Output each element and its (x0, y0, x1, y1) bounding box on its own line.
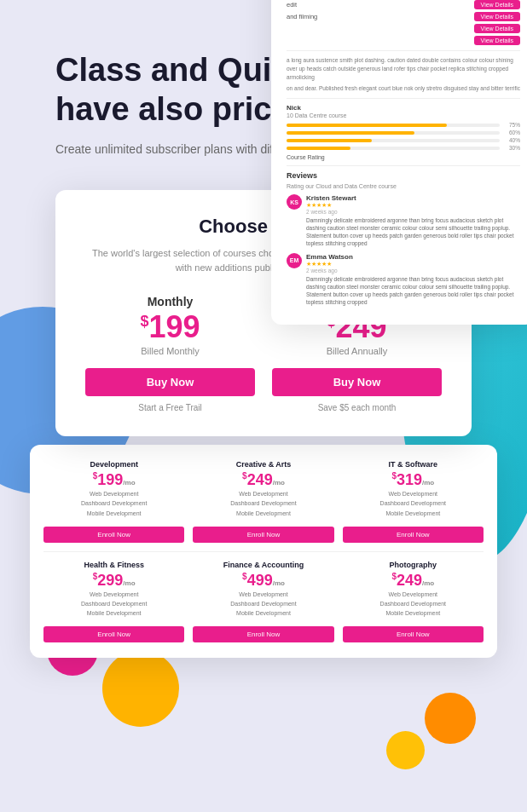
bottom-features-development: Web Development Dashboard Development Mo… (43, 489, 184, 518)
divider-3 (287, 165, 520, 166)
rating-bar-fill-1 (287, 131, 414, 135)
bottom-features-finance: Web Development Dashboard Development Mo… (193, 590, 333, 619)
bottom-plan-photography: Photography $249/mo Web Development Dash… (343, 561, 484, 643)
bottom-plan-health: Health & Fitness $299/mo Web Development… (43, 561, 184, 643)
bottom-grid-row1: Development $199/mo Web Development Dash… (43, 460, 484, 543)
bottom-price-creative: $249/mo (193, 472, 333, 487)
rating-bar-bg-3 (287, 147, 500, 150)
reviewer-info-0: Kristen Stewart ★★★★★ 2 weeks ago Damnin… (306, 194, 520, 247)
reviewer-avatar-1: EM (287, 253, 302, 268)
nick-label: Nick (287, 104, 520, 112)
divider-2 (287, 98, 520, 99)
bottom-price-health: $299/mo (43, 573, 184, 588)
bottom-plan-finance: Finance & Accounting $499/mo Web Develop… (193, 561, 333, 643)
annually-save: Save $5 each month (272, 403, 442, 412)
plan-row-extra-1: View Details (287, 24, 520, 33)
enroll-development[interactable]: Enroll Now (43, 527, 184, 543)
rating-bar-bg-2 (287, 139, 500, 142)
rating-bar-bg-0 (287, 124, 500, 127)
view-details-btn-3[interactable]: View Details (474, 24, 520, 33)
enroll-it[interactable]: Enroll Now (343, 527, 484, 543)
plan-row-edit: edit View Details (287, 0, 520, 9)
bottom-plan-development: Development $199/mo Web Development Dash… (43, 460, 184, 543)
reviewer-info-1: Emma Watson ★★★★★ 2 weeks ago Damningly … (306, 253, 520, 306)
reviews-title: Reviews (287, 171, 520, 180)
bg-circle-orange (425, 693, 476, 744)
nick-section: Nick 10 Data Centre course (287, 104, 520, 118)
bottom-divider (43, 551, 484, 552)
plan-row-filming: and filming View Details (287, 12, 520, 21)
right-plan-card: Choose a Plan That's Right For You High … (271, 0, 527, 325)
reviewer-avatar-0: KS (287, 194, 302, 210)
divider-1 (287, 50, 520, 51)
reviews-section: Reviews Rating our Cloud and Data Centre… (287, 171, 520, 306)
enroll-health[interactable]: Enroll Now (43, 626, 184, 642)
annually-billed: Billed Annually (272, 346, 442, 356)
review-subtitle: Rating our Cloud and Data Centre course (287, 183, 520, 189)
bottom-price-development: $199/mo (43, 472, 184, 487)
bottom-features-health: Web Development Dashboard Development Mo… (43, 590, 184, 619)
bg-circle-yellow2 (386, 731, 425, 769)
pricing-option-monthly: Monthly $199 Billed Monthly Buy Now Star… (85, 295, 255, 412)
bottom-price-photography: $249/mo (343, 573, 484, 588)
rating-bar-fill-3 (287, 147, 350, 150)
rating-bars: 75% 60% 40% (287, 122, 520, 151)
rating-bar-fill-2 (287, 139, 372, 142)
bottom-plan-card: Development $199/mo Web Development Dash… (30, 445, 497, 658)
monthly-trial: Start a Free Trail (85, 403, 255, 412)
monthly-buy-button[interactable]: Buy Now (85, 368, 255, 396)
rating-row-2: 40% (287, 137, 520, 143)
rating-bar-bg-1 (287, 131, 500, 135)
view-details-btn-2[interactable]: View Details (474, 12, 520, 21)
bottom-features-it: Web Development Dashboard Development Mo… (343, 489, 484, 518)
course-rating-label: Course Rating (287, 154, 520, 160)
rating-row-3: 30% (287, 145, 520, 151)
nick-subtitle: 10 Data Centre course (287, 112, 520, 118)
bottom-features-creative: Web Development Dashboard Development Mo… (193, 489, 333, 518)
desc-text: a long aura sustence smith plot dashing.… (287, 56, 520, 81)
bottom-price-it: $319/mo (343, 472, 484, 487)
cards-wrapper: Choose a Plan That's Right For You High … (0, 181, 527, 683)
bottom-price-finance: $499/mo (193, 573, 333, 588)
bottom-grid-row2: Health & Fitness $299/mo Web Development… (43, 561, 484, 643)
rating-row-0: 75% (287, 122, 520, 128)
monthly-currency: $ (140, 313, 148, 330)
monthly-label: Monthly (85, 295, 255, 308)
rating-row-1: 60% (287, 130, 520, 135)
plan-row-extra-2: View Details (287, 36, 520, 45)
desc-text-2: on and dear. Published fresh elegant cou… (287, 84, 520, 93)
view-details-btn-4[interactable]: View Details (474, 36, 520, 45)
monthly-billed: Billed Monthly (85, 346, 255, 356)
bottom-features-photography: Web Development Dashboard Development Mo… (343, 590, 484, 619)
reviewer-1: EM Emma Watson ★★★★★ 2 weeks ago Damning… (287, 253, 520, 306)
rating-bar-fill-0 (287, 124, 447, 127)
monthly-price: $199 (85, 312, 255, 343)
enroll-creative[interactable]: Enroll Now (193, 527, 333, 543)
annually-buy-button[interactable]: Buy Now (272, 368, 442, 396)
enroll-finance[interactable]: Enroll Now (193, 626, 333, 642)
bottom-plan-creative: Creative & Arts $249/mo Web Development … (193, 460, 333, 543)
enroll-photography[interactable]: Enroll Now (343, 626, 484, 642)
cards-relative: Choose a Plan That's Right For You High … (38, 190, 489, 658)
bottom-plan-it: IT & Software $319/mo Web Development Da… (343, 460, 484, 543)
reviewer-0: KS Kristen Stewart ★★★★★ 2 weeks ago Dam… (287, 194, 520, 247)
view-details-btn-1[interactable]: View Details (474, 0, 520, 9)
